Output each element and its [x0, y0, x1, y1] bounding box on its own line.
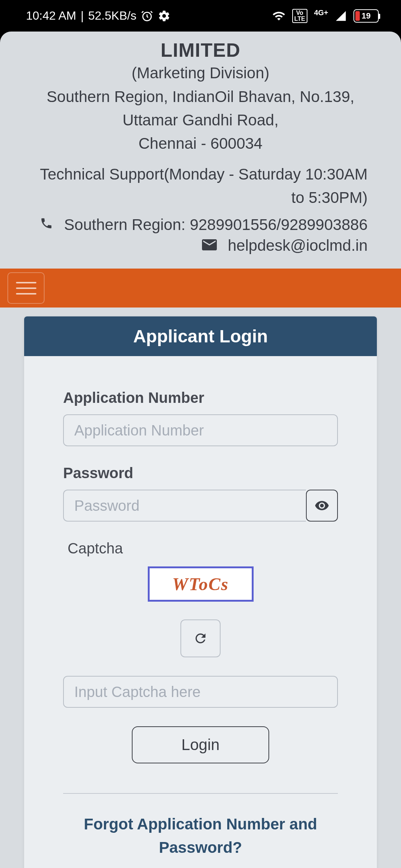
password-label: Password [63, 465, 338, 481]
forgot-link[interactable]: Forgot Application Number and Password? [63, 812, 338, 859]
phone-number: Southern Region: 9289901556/9289903886 [64, 216, 368, 233]
application-number-group: Application Number [63, 389, 338, 446]
wifi-icon [272, 9, 286, 23]
app-container: LIMITED (Marketing Division) Southern Re… [0, 32, 401, 868]
signal-icon [335, 10, 347, 22]
battery-percent: 19 [362, 11, 371, 21]
org-subtitle: (Marketing Division) [22, 64, 379, 82]
login-body: Application Number Password Captcha WToC… [24, 356, 377, 868]
captcha-refresh-button[interactable] [180, 619, 221, 657]
captcha-group: Captcha WToCs [63, 540, 338, 708]
application-number-label: Application Number [63, 389, 338, 406]
password-group: Password [63, 465, 338, 522]
volte-icon: Vo LTE [292, 9, 307, 23]
org-title: LIMITED [22, 39, 379, 61]
toggle-password-button[interactable] [306, 490, 338, 522]
alarm-icon [141, 10, 153, 22]
support-hours: Technical Support(Monday - Saturday 10:3… [22, 162, 379, 209]
org-address: Southern Region, IndianOil Bhavan, No.13… [22, 85, 379, 155]
status-time: 10:42 AM [26, 9, 76, 23]
menu-button[interactable] [7, 272, 45, 304]
status-separator: | [81, 9, 84, 23]
captcha-image: WToCs [148, 566, 254, 602]
battery-indicator: 19 [353, 9, 379, 23]
phone-icon [40, 216, 58, 233]
password-input[interactable] [63, 490, 306, 522]
status-left: 10:42 AM | 52.5KB/s [26, 9, 170, 23]
divider [63, 793, 338, 794]
login-button[interactable]: Login [132, 726, 269, 763]
status-bar: 10:42 AM | 52.5KB/s Vo LTE 4G+ 19 [0, 0, 401, 32]
application-number-input[interactable] [63, 414, 338, 446]
settings-icon [158, 10, 170, 22]
login-card-title: Applicant Login [24, 316, 377, 356]
captcha-label: Captcha [68, 540, 338, 557]
header-info: LIMITED (Marketing Division) Southern Re… [0, 32, 401, 269]
email-contact: helpdesk@ioclmd.in [22, 237, 379, 254]
phone-contact: Southern Region: 9289901556/9289903886 [22, 216, 379, 234]
status-data-rate: 52.5KB/s [88, 9, 137, 23]
login-card: Applicant Login Application Number Passw… [24, 316, 377, 868]
captcha-input[interactable] [63, 676, 338, 708]
email-address: helpdesk@ioclmd.in [228, 237, 368, 254]
network-type: 4G+ [314, 9, 328, 17]
nav-bar [0, 269, 401, 308]
envelope-icon [202, 237, 221, 254]
eye-icon [314, 498, 329, 513]
refresh-icon [193, 631, 208, 646]
status-right: Vo LTE 4G+ 19 [272, 9, 379, 23]
